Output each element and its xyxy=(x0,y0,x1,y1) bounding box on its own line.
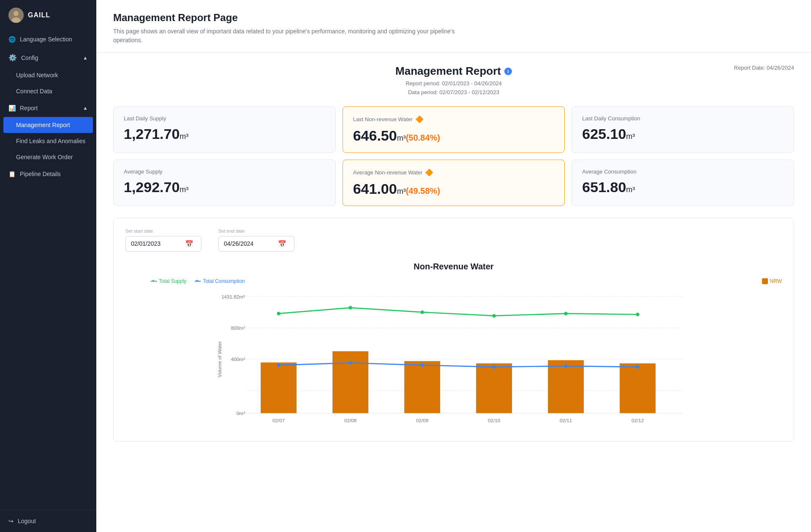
stat-card-value-4: 641.00m³(49.58%) xyxy=(353,181,555,197)
consumption-point-1 xyxy=(348,361,352,365)
legend-total-consumption: Total Consumption xyxy=(195,278,245,284)
stat-card-label-1: Last Non-revenue Water 🔶 xyxy=(353,115,555,123)
legend-nrw: NRW xyxy=(762,278,782,284)
legend-consumption-label: Total Consumption xyxy=(203,278,245,284)
stat-card-value-3: 1,292.70m³ xyxy=(124,179,325,195)
start-date-label: Set start date xyxy=(125,228,201,233)
stat-card-3: Average Supply 1,292.70m³ xyxy=(113,160,336,206)
sidebar-label-pipeline-details: Pipeline Details xyxy=(20,171,61,177)
bar-0 xyxy=(261,362,297,413)
svg-text:02/08: 02/08 xyxy=(344,417,357,423)
end-date-input-wrapper[interactable]: 📅 xyxy=(218,236,294,252)
sidebar-item-generate-work-order[interactable]: Generate Work Order xyxy=(0,149,96,165)
page-header: Management Report Page This page shows a… xyxy=(96,0,811,53)
gear-icon: ⚙️ xyxy=(8,54,17,62)
chart-title: Non-Revenue Water xyxy=(125,262,782,271)
stat-card-5: Average Consumption 651.80m³ xyxy=(572,160,794,206)
svg-text:02/11: 02/11 xyxy=(560,417,572,423)
legend-nrw-label: NRW xyxy=(770,278,782,284)
sidebar-logo[interactable]: GAILL xyxy=(0,0,96,30)
stat-card-label-0: Last Daily Supply xyxy=(124,115,325,122)
bar-5 xyxy=(620,363,656,413)
report-period: Report period: 02/01/2023 - 04/26/2024 D… xyxy=(198,79,710,97)
stat-card-label-2: Last Daily Consumption xyxy=(582,115,784,122)
stat-card-label-5: Average Consumption xyxy=(582,168,784,175)
stat-card-value-2: 625.10m³ xyxy=(582,126,784,142)
stats-grid: Last Daily Supply 1,271.70m³ Last Non-re… xyxy=(113,106,794,206)
sidebar-item-pipeline-details[interactable]: 📋 Pipeline Details xyxy=(0,165,96,183)
sidebar-label-connect-data: Connect Data xyxy=(16,88,52,95)
stat-card-4: Average Non-revenue Water 🔶 641.00m³(49.… xyxy=(343,160,565,206)
chart-container: Volume of Water 1431.82m³ 800m³ 400m³ 0m… xyxy=(125,288,782,433)
nrw-chart: Volume of Water 1431.82m³ 800m³ 400m³ 0m… xyxy=(125,288,782,431)
svg-text:02/12: 02/12 xyxy=(631,417,644,423)
sidebar-label-management-report: Management Report xyxy=(16,122,70,128)
chevron-up-icon-2: ▲ xyxy=(83,105,88,111)
stat-card-1: Last Non-revenue Water 🔶 646.50m³(50.84%… xyxy=(343,106,565,153)
bar-2 xyxy=(404,361,440,413)
nrw-icon: 🔶 xyxy=(415,115,424,123)
main-content: Management Report Page This page shows a… xyxy=(96,0,811,532)
bar-1 xyxy=(332,351,368,413)
sidebar-section-config[interactable]: ⚙️ Config ▲ xyxy=(0,48,96,67)
pipeline-icon: 📋 xyxy=(8,171,16,177)
logout-icon: ↪ xyxy=(8,518,14,524)
stat-card-0: Last Daily Supply 1,271.70m³ xyxy=(113,106,336,153)
app-title: GAILL xyxy=(28,11,50,19)
bar-3 xyxy=(476,363,512,413)
logout-label: Logout xyxy=(18,518,36,524)
svg-text:02/10: 02/10 xyxy=(488,417,501,423)
sidebar-report-label: Report xyxy=(20,105,38,111)
nrw-icon: 🔶 xyxy=(425,168,433,176)
supply-line-icon xyxy=(151,281,157,282)
stat-card-value-0: 1,271.70m³ xyxy=(124,126,325,142)
svg-text:0m³: 0m³ xyxy=(237,410,245,415)
sidebar-label-find-leaks: Find Leaks and Anomalies xyxy=(16,138,85,144)
sidebar-item-management-report[interactable]: Management Report xyxy=(3,117,93,133)
calendar-start-icon[interactable]: 📅 xyxy=(185,240,193,248)
svg-text:Volume of Water: Volume of Water xyxy=(217,341,222,377)
stat-card-label-4: Average Non-revenue Water 🔶 xyxy=(353,168,555,176)
consumption-point-3 xyxy=(492,365,496,369)
report-icon: 📊 xyxy=(8,105,16,111)
chart-section: Set start date 📅 Set end date 📅 Non-Reve… xyxy=(113,218,794,442)
start-date-group: Set start date 📅 xyxy=(125,228,201,252)
report-date: Report Date: 04/26/2024 xyxy=(710,65,794,71)
bar-4 xyxy=(548,360,584,413)
sidebar-label-generate-work-order: Generate Work Order xyxy=(16,154,73,160)
sidebar-item-upload-network[interactable]: Upload Network xyxy=(0,67,96,83)
consumption-point-2 xyxy=(420,363,424,367)
info-icon[interactable]: i xyxy=(504,68,512,75)
nrw-box-icon xyxy=(762,278,768,284)
end-date-input[interactable] xyxy=(224,240,275,247)
calendar-end-icon[interactable]: 📅 xyxy=(278,240,286,248)
start-date-input-wrapper[interactable]: 📅 xyxy=(125,236,201,252)
supply-point-5 xyxy=(636,312,640,316)
end-date-label: Set end date xyxy=(218,228,294,233)
stat-card-value-5: 651.80m³ xyxy=(582,179,784,195)
chart-legend: Total Supply Total Consumption NRW xyxy=(125,278,782,284)
start-date-input[interactable] xyxy=(131,240,182,247)
sidebar-item-connect-data[interactable]: Connect Data xyxy=(0,83,96,99)
report-header-row: Management Report i Report period: 02/01… xyxy=(113,65,794,97)
supply-point-0 xyxy=(277,312,280,315)
report-title-block: Management Report i Report period: 02/01… xyxy=(198,65,710,97)
date-inputs-row: Set start date 📅 Set end date 📅 xyxy=(125,228,782,252)
consumption-point-5 xyxy=(636,365,640,369)
sidebar-section-report[interactable]: 📊 Report ▲ xyxy=(0,99,96,117)
legend-supply-label: Total Supply xyxy=(159,278,186,284)
page-description: This page shows an overall view of impor… xyxy=(113,27,460,45)
report-title: Management Report i xyxy=(198,65,710,78)
svg-text:400m³: 400m³ xyxy=(231,356,245,362)
legend-total-supply: Total Supply xyxy=(151,278,186,284)
svg-text:1431.82m³: 1431.82m³ xyxy=(221,293,245,299)
consumption-point-0 xyxy=(277,363,280,367)
sidebar-item-language[interactable]: 🌐 Language Selection xyxy=(0,30,96,48)
supply-point-3 xyxy=(492,314,496,318)
sidebar-item-find-leaks[interactable]: Find Leaks and Anomalies xyxy=(0,133,96,149)
consumption-point-4 xyxy=(564,364,568,368)
logout-button[interactable]: ↪ Logout xyxy=(0,510,96,532)
supply-point-1 xyxy=(348,306,352,309)
supply-point-2 xyxy=(420,310,424,314)
stat-card-value-1: 646.50m³(50.84%) xyxy=(353,128,555,144)
